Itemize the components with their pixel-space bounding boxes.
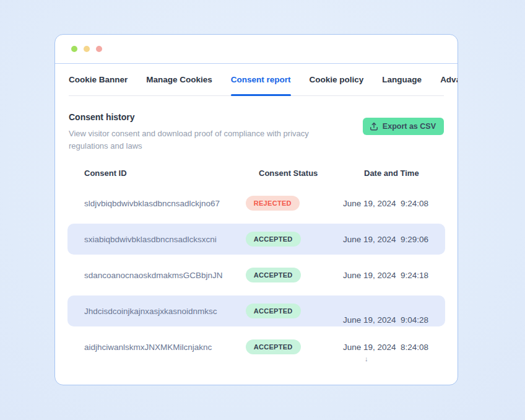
status-badge: ACCEPTED	[246, 232, 301, 247]
tab-cookie-policy[interactable]: Cookie policy	[310, 64, 364, 95]
table-row[interactable]: sldjvbiqbdwivbklasdbncnsadlckjno67 REJEC…	[67, 188, 445, 219]
date-time-value: June 19, 2024 9:04:28	[343, 315, 428, 325]
export-csv-button[interactable]: Export as CSV	[363, 118, 444, 135]
status-badge: ACCEPTED	[246, 339, 301, 354]
app-window: Cookie Banner Manage Cookies Consent rep…	[54, 34, 458, 385]
table-row[interactable]: Jhdcisdcoinjkajnxasjxkasnoidnmksc ACCEPT…	[67, 295, 445, 326]
consent-id-value: sdancoanocnaoskdmakmsGCBbjnJN	[84, 271, 246, 280]
tab-consent-report[interactable]: Consent report	[231, 64, 291, 95]
page-title: Consent history	[69, 112, 323, 122]
window-titlebar	[55, 35, 458, 64]
window-dot-green-icon	[71, 46, 77, 52]
column-header-consent-status: Consent Status	[259, 168, 364, 178]
window-dot-red-icon	[96, 46, 102, 52]
date-time-value: June 19, 2024 9:24:08	[343, 199, 428, 208]
consent-id-value: sxiabiqbdwivbklasdbncnsadlcksxcni	[84, 235, 246, 244]
status-badge: ACCEPTED	[246, 268, 301, 282]
column-header-consent-id: Consent ID	[84, 168, 259, 178]
page-description: View visitor consent and download proof …	[69, 128, 323, 152]
consent-status-cell: REJECTED	[246, 196, 343, 211]
table-row[interactable]: aidjhciwanlskmxJNXMKMilcnjaknc ACCEPTED …	[67, 331, 445, 362]
window-dot-yellow-icon	[84, 46, 90, 52]
consent-table: Consent ID Consent Status Date and Time …	[67, 168, 445, 362]
tab-manage-cookies[interactable]: Manage Cookies	[146, 64, 212, 95]
tab-bar: Cookie Banner Manage Cookies Consent rep…	[69, 64, 444, 96]
consent-status-cell: ACCEPTED	[246, 232, 343, 247]
consent-status-cell: ACCEPTED	[246, 268, 343, 282]
upload-icon	[370, 122, 378, 131]
status-badge: REJECTED	[246, 196, 300, 211]
tab-cookie-banner[interactable]: Cookie Banner	[69, 64, 128, 95]
tab-language[interactable]: Language	[382, 64, 422, 95]
status-badge: ACCEPTED	[246, 304, 301, 318]
section-header: Consent history View visitor consent and…	[69, 112, 444, 152]
tab-advanced[interactable]: Advanced	[440, 64, 458, 95]
consent-status-cell: ACCEPTED	[246, 339, 343, 354]
column-header-date-time: Date and Time	[364, 168, 428, 178]
consent-id-value: sldjvbiqbdwivbklasdbncnsadlckjno67	[84, 199, 246, 208]
table-header-row: Consent ID Consent Status Date and Time	[67, 168, 445, 178]
date-time-value: June 19, 2024 8:24:08	[343, 343, 428, 352]
section-header-text: Consent history View visitor consent and…	[69, 112, 323, 152]
table-row[interactable]: sdancoanocnaoskdmakmsGCBbjnJN ACCEPTED J…	[67, 260, 445, 291]
table-row[interactable]: sxiabiqbdwivbklasdbncnsadlcksxcni ACCEPT…	[67, 224, 445, 255]
consent-id-value: aidjhciwanlskmxJNXMKMilcnjaknc	[84, 343, 246, 352]
consent-id-value: Jhdcisdcoinjkajnxasjxkasnoidnmksc	[84, 307, 246, 316]
date-time-value: June 19, 2024 9:24:18	[343, 271, 428, 280]
export-csv-label: Export as CSV	[383, 122, 436, 131]
consent-status-cell: ACCEPTED	[246, 304, 343, 318]
date-time-value: June 19, 2024 9:29:06	[343, 235, 428, 244]
page-background: Cookie Banner Manage Cookies Consent rep…	[0, 0, 525, 420]
